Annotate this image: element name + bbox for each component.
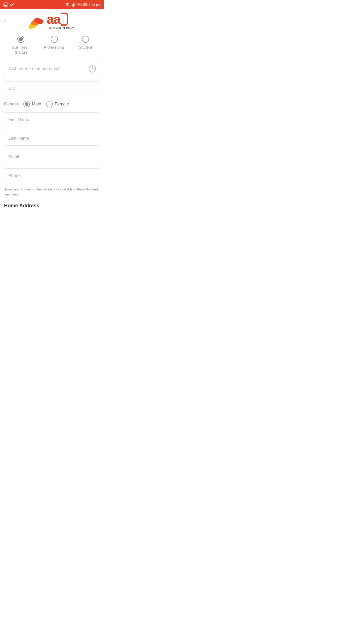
- back-button[interactable]: ‹: [4, 17, 8, 25]
- first-name-field[interactable]: [4, 112, 100, 127]
- email-field[interactable]: [4, 150, 100, 164]
- gender-male-radio-fill: [25, 102, 28, 106]
- gender-male-radio[interactable]: [23, 101, 30, 107]
- wifi-icon: [65, 3, 70, 7]
- logo-text: aa Transforming Today: [47, 13, 74, 29]
- category-business-label: Business /Startup: [12, 45, 29, 55]
- svg-rect-4: [72, 4, 72, 7]
- form-section: i Gender Male Female Email and Phone num: [0, 61, 104, 210]
- phone-input[interactable]: [8, 173, 96, 178]
- logo-container: aa Transforming Today: [8, 12, 100, 30]
- city-field[interactable]: [4, 81, 100, 96]
- gender-male-label: Male: [32, 102, 41, 107]
- category-professional-label: Professional: [44, 45, 65, 50]
- logo: aa Transforming Today: [28, 12, 74, 30]
- email-input[interactable]: [8, 154, 96, 159]
- phone-field[interactable]: [4, 168, 100, 183]
- gender-female-label: Female: [55, 102, 69, 107]
- status-right-info: 47% 3:42 pm: [65, 3, 101, 7]
- svg-rect-6: [74, 3, 75, 7]
- radio-professional[interactable]: [51, 36, 58, 43]
- signal-icon: [71, 3, 75, 7]
- category-selector: Business /Startup Professional Student: [0, 32, 104, 61]
- gender-label: Gender: [4, 102, 18, 107]
- category-business[interactable]: Business /Startup: [12, 36, 29, 55]
- logo-tagline: Transforming Today: [47, 26, 74, 29]
- svg-rect-3: [71, 5, 71, 7]
- info-icon-button[interactable]: i: [89, 65, 96, 72]
- first-name-input[interactable]: [8, 117, 96, 122]
- battery-percent: 47%: [76, 3, 82, 7]
- referee-email-field[interactable]: i: [4, 61, 100, 77]
- city-input[interactable]: [8, 86, 96, 91]
- gender-male-option[interactable]: Male: [23, 101, 41, 107]
- category-professional[interactable]: Professional: [44, 36, 65, 55]
- image-icon: [4, 3, 8, 7]
- svg-rect-5: [73, 4, 74, 7]
- status-left-icons: [4, 3, 14, 7]
- category-student-label: Student: [79, 45, 92, 50]
- gender-female-radio[interactable]: [46, 101, 53, 107]
- notice-text: Email and Phone number will be only avai…: [4, 187, 100, 197]
- logo-aaj-letters: aa: [47, 13, 60, 26]
- time-display: 3:42 pm: [89, 3, 101, 7]
- radio-business[interactable]: [17, 36, 24, 43]
- header: ‹ aa Transforming Today: [0, 9, 104, 32]
- radio-student[interactable]: [82, 36, 89, 43]
- svg-rect-8: [87, 4, 87, 5]
- radio-business-fill: [19, 37, 23, 41]
- svg-point-1: [5, 4, 5, 4]
- last-name-field[interactable]: [4, 131, 100, 146]
- referee-email-input[interactable]: [8, 66, 89, 71]
- svg-point-2: [67, 6, 68, 6]
- category-student[interactable]: Student: [79, 36, 92, 55]
- gender-row: Gender Male Female: [4, 100, 100, 108]
- status-bar: 47% 3:42 pm: [0, 0, 104, 9]
- checkmark-icon: [10, 3, 14, 7]
- last-name-input[interactable]: [8, 136, 96, 141]
- logo-leaf-icon: [28, 12, 46, 30]
- gender-female-option[interactable]: Female: [46, 101, 69, 107]
- logo-bracket-shape: [61, 13, 68, 26]
- home-address-heading: Home Address: [4, 201, 100, 210]
- logo-aaj-wordmark: aa: [47, 13, 68, 26]
- battery-icon: [83, 3, 88, 7]
